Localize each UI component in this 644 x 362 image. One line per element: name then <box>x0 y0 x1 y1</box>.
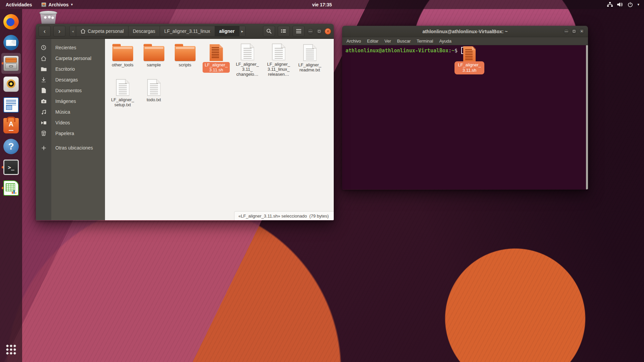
file-label: LF_aligner_ <box>236 62 259 67</box>
terminal-scrollbar[interactable] <box>586 45 588 189</box>
menu-terminal[interactable]: Terminal <box>414 39 436 44</box>
clock[interactable]: vie 17:35 <box>312 0 332 9</box>
menu-ayuda[interactable]: Ayuda <box>436 39 454 44</box>
sidebar-item-descargas[interactable]: Descargas <box>36 74 105 85</box>
minimize-button[interactable]: — <box>307 28 314 35</box>
firefox-icon <box>3 14 19 29</box>
maximize-button[interactable] <box>571 28 577 34</box>
sidebar-item-papelera[interactable]: Papelera <box>36 128 105 139</box>
file-item-other-tools[interactable]: other_tools <box>108 42 138 77</box>
view-toggle-button[interactable] <box>278 26 290 37</box>
breadcrumb-scroll-left[interactable]: ◂ <box>70 26 76 36</box>
trash-paper <box>43 15 54 20</box>
terminal-title-bar[interactable]: athlonlinux@athlonlinux-VirtualBox: ~ — … <box>342 26 588 37</box>
sidebar-item-recientes[interactable]: Recientes <box>36 42 105 53</box>
terminal-icon: >_ <box>3 160 19 175</box>
activities-button[interactable]: Actividades <box>0 0 38 9</box>
dock-item-libreoffice-writer[interactable] <box>1 95 21 115</box>
volume-icon <box>617 2 623 7</box>
sidebar-item-videos[interactable]: Vídeos <box>36 117 105 128</box>
back-button[interactable]: ‹ <box>39 26 51 37</box>
breadcrumb-scroll-right[interactable]: ▸ <box>239 26 246 36</box>
document-icon <box>42 88 46 93</box>
sidebar-item-imagenes[interactable]: Imágenes <box>36 96 105 107</box>
close-button[interactable]: ✕ <box>325 28 331 35</box>
dock-item-files[interactable] <box>1 53 21 74</box>
menu-ver[interactable]: Ver <box>381 39 394 44</box>
file-label: LF_aligner_ <box>205 62 228 67</box>
show-applications-button[interactable] <box>1 339 21 360</box>
plus-icon <box>42 146 46 150</box>
prompt-user-host: athlonlinux@athlonlinux-VirtualBox <box>345 48 448 54</box>
file-label: readme.txt <box>298 67 321 72</box>
sidebar-item-carpeta-personal[interactable]: Carpeta personal <box>36 53 105 64</box>
dragged-file-icon <box>463 46 476 62</box>
file-label: LF_aligner_ <box>298 62 321 67</box>
text-file-icon <box>116 79 129 96</box>
prompt-path: ~ <box>451 48 454 54</box>
sidebar-item-otras-ubicaciones[interactable]: Otras ubicaciones <box>36 142 105 153</box>
file-item-scripts[interactable]: scripts <box>170 42 200 77</box>
dock-item-rhythmbox[interactable] <box>1 74 21 95</box>
app-menu-label: Archivos <box>49 2 69 7</box>
dock-item-firefox[interactable] <box>1 11 21 32</box>
thunderbird-icon <box>3 35 19 50</box>
files-content-area[interactable]: other_tools sample scripts LF_aligner_ 3… <box>105 39 334 220</box>
file-item-releasenotes[interactable]: LF_aligner_ 3.11_linux_ releasen… <box>264 42 294 77</box>
minimize-button[interactable]: — <box>564 28 569 34</box>
breadcrumb-lf-aligner-linux[interactable]: LF_aligner_3.11_linux <box>160 26 215 36</box>
prompt-separator: : <box>448 48 451 54</box>
menu-button[interactable] <box>292 26 305 37</box>
menu-archivo[interactable]: Archivo <box>343 39 364 44</box>
folder-icon <box>175 46 196 61</box>
sidebar-label: Documentos <box>51 88 82 93</box>
window-controls: — ✕ <box>307 28 331 35</box>
sidebar-label: Papelera <box>51 131 74 136</box>
clock-icon <box>41 45 46 50</box>
sidebar-label: Imágenes <box>51 99 76 104</box>
help-icon: ? <box>3 139 19 154</box>
dock-item-libreoffice-calc[interactable] <box>1 178 21 198</box>
breadcrumb-aligner-active[interactable]: aligner <box>215 26 239 36</box>
folder-icon <box>112 46 133 61</box>
file-item-changelog[interactable]: LF_aligner_ 3.11_ changelo… <box>232 42 263 77</box>
files-sidebar: Recientes Carpeta personal Escritorio De… <box>36 39 105 220</box>
video-icon <box>41 121 47 125</box>
trash-icon <box>41 131 46 136</box>
terminal-screen[interactable]: athlonlinux@athlonlinux-VirtualBox:~$ LF… <box>342 45 588 189</box>
dock-item-ubuntu-software[interactable]: A <box>1 115 21 136</box>
dock: A ? >_ <box>0 9 22 362</box>
sidebar-label: Escritorio <box>51 66 75 72</box>
file-label: LF_aligner_ <box>267 62 290 67</box>
sidebar-item-documentos[interactable]: Documentos <box>36 85 105 96</box>
forward-button[interactable]: › <box>53 26 65 37</box>
dock-item-terminal[interactable]: >_ <box>1 157 21 178</box>
dock-item-thunderbird[interactable] <box>1 32 21 53</box>
sidebar-item-escritorio[interactable]: Escritorio <box>36 64 105 74</box>
power-icon <box>628 2 633 7</box>
close-button[interactable]: ✕ <box>579 28 585 34</box>
folder-icon <box>41 67 47 71</box>
sidebar-label: Recientes <box>51 45 76 50</box>
app-menu-archivos[interactable]: Archivos ▾ <box>38 0 76 9</box>
text-file-icon <box>303 44 317 61</box>
rhythmbox-icon <box>3 76 19 92</box>
sidebar-item-musica[interactable]: Música <box>36 107 105 117</box>
search-button[interactable] <box>263 26 275 37</box>
file-label: changelo… <box>236 72 259 77</box>
menu-editar[interactable]: Editar <box>364 39 381 44</box>
trash-rim <box>39 11 57 15</box>
system-tray[interactable]: ▾ <box>607 2 644 7</box>
breadcrumb-descargas[interactable]: Descargas <box>128 26 160 36</box>
sidebar-label: Otras ubicaciones <box>51 145 93 150</box>
file-item-readme[interactable]: LF_aligner_ readme.txt <box>295 42 325 77</box>
breadcrumb-home[interactable]: Carpeta personal <box>76 26 128 36</box>
file-item-lf-aligner-sh-selected[interactable]: LF_aligner_ 3.11.sh <box>201 42 231 77</box>
file-item-setup[interactable]: LF_aligner_ setup.txt <box>108 77 138 112</box>
menu-buscar[interactable]: Buscar <box>394 39 414 44</box>
file-item-sample[interactable]: sample <box>139 42 169 77</box>
dock-item-help[interactable]: ? <box>1 136 21 157</box>
maximize-button[interactable] <box>316 28 322 35</box>
file-item-todo[interactable]: todo.txt <box>139 77 169 112</box>
folder-icon <box>144 46 164 61</box>
